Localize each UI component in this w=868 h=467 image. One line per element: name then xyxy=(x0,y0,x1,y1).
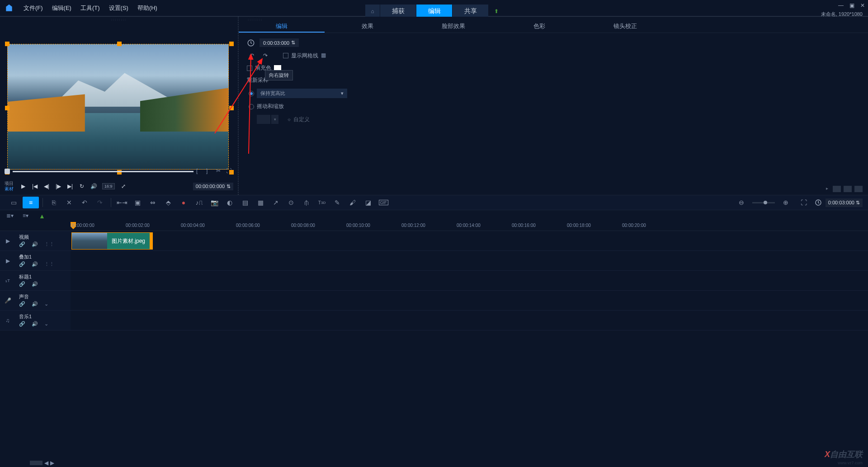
timecode[interactable]: 00:00:00:000 ⇅ xyxy=(193,183,233,190)
mute-icon[interactable]: 🔊 xyxy=(32,261,38,268)
aspect-ratio[interactable]: 16:9 xyxy=(102,183,115,189)
rotate-right-button[interactable]: ↷ xyxy=(260,52,270,60)
resize-handle[interactable] xyxy=(229,106,234,110)
mode-capture[interactable]: 捕获 xyxy=(380,5,416,18)
mark-out-icon[interactable]: ] xyxy=(206,168,213,175)
audio-edit-icon[interactable]: ♪⎍ xyxy=(192,197,206,208)
loop-button[interactable]: ↻ xyxy=(78,182,86,190)
project-source-toggle[interactable]: 项目 素材 xyxy=(5,181,14,192)
panel-layout-icon[interactable] xyxy=(854,186,863,192)
mute-icon[interactable]: 🔊 xyxy=(32,281,38,288)
resize-handle[interactable] xyxy=(5,42,9,46)
preview-canvas-wrap[interactable] xyxy=(7,44,231,172)
mute-icon[interactable]: 🔊 xyxy=(32,301,38,307)
keep-aspect-radio[interactable] xyxy=(249,91,254,96)
gif-icon[interactable]: GIF xyxy=(376,197,391,208)
menu-help[interactable]: 帮助(H) xyxy=(134,2,161,14)
drag-handle-icon[interactable]: :::::::: xyxy=(111,18,127,22)
fit-timeline-icon[interactable]: ⛶ xyxy=(797,197,811,208)
zoom-slider[interactable] xyxy=(752,202,775,203)
video-track-icon[interactable]: ▶ xyxy=(0,231,15,250)
ripple-in-icon[interactable]: ⇤⇥ xyxy=(115,197,129,208)
resize-handle[interactable] xyxy=(117,42,122,46)
close-button[interactable]: ✕ xyxy=(859,2,866,9)
fullscreen-icon[interactable]: ⛶ xyxy=(226,168,233,175)
seek-handle[interactable] xyxy=(5,169,10,174)
track-motion-icon[interactable]: ⊙ xyxy=(284,197,298,208)
mute-icon[interactable]: 🔊 xyxy=(32,321,38,327)
undo-button[interactable]: ↶ xyxy=(77,197,92,208)
stretch-icon[interactable]: ⇔ xyxy=(146,197,160,208)
panel-layout-icon[interactable] xyxy=(833,186,841,192)
minimize-button[interactable]: — xyxy=(837,2,844,9)
tab-color[interactable]: 色彩 xyxy=(496,19,582,33)
video-clip[interactable]: 图片素材.jpeg xyxy=(71,232,153,250)
3d-title-icon[interactable]: T3D xyxy=(315,197,329,208)
mark-in-icon[interactable]: [ xyxy=(196,168,203,175)
resize-handle[interactable] xyxy=(229,42,234,46)
pan-zoom-preset[interactable] xyxy=(257,115,270,124)
menu-settings[interactable]: 设置(S) xyxy=(105,2,132,14)
expand-icon[interactable]: ⌄ xyxy=(44,301,51,307)
tools-icon[interactable]: ✕ xyxy=(62,197,76,208)
grid-icon[interactable]: ▦ xyxy=(253,197,268,208)
link-icon[interactable]: 🔗 xyxy=(19,321,25,327)
copy-icon[interactable]: ⎘ xyxy=(47,197,61,208)
pan-zoom-radio[interactable] xyxy=(249,104,254,109)
clip-edge-handle[interactable] xyxy=(150,232,152,250)
marker-icon[interactable]: ⬘ xyxy=(161,197,175,208)
zoom-out-button[interactable]: ⊖ xyxy=(734,197,749,208)
menu-icon[interactable]: ≡▾ xyxy=(23,212,30,220)
redo-button[interactable]: ↷ xyxy=(93,197,107,208)
home-icon[interactable]: ⌂ xyxy=(365,5,380,18)
split-icon[interactable]: ✂ xyxy=(216,168,223,175)
tab-effects[interactable]: 效果 xyxy=(325,19,410,33)
slideshow-icon[interactable]: ▤ xyxy=(238,197,252,208)
next-frame-button[interactable]: |▶ xyxy=(54,182,62,190)
track-content[interactable] xyxy=(71,251,868,270)
mode-share[interactable]: 共享 xyxy=(452,5,488,18)
panel-layout-icon[interactable] xyxy=(844,186,852,192)
play-button[interactable]: ▶ xyxy=(19,182,27,190)
fill-color-checkbox[interactable] xyxy=(247,66,252,71)
scroll-thumb[interactable] xyxy=(30,461,42,465)
link-icon[interactable]: 🔗 xyxy=(19,261,25,268)
keep-aspect-dropdown[interactable]: 保持宽高比▾ xyxy=(257,89,347,98)
mute-icon[interactable]: 🔊 xyxy=(32,241,38,248)
timeline-duration[interactable]: 0:00:03:000 ⇅ xyxy=(826,198,863,207)
preview-image[interactable] xyxy=(7,44,229,170)
track-content[interactable]: 图片素材.jpeg xyxy=(71,231,868,250)
custom-button[interactable]: ⟐自定义 xyxy=(288,116,310,123)
goto-end-button[interactable]: ▶| xyxy=(66,182,74,190)
lock-icon[interactable]: ⋮⋮ xyxy=(44,261,51,268)
zoom-in-button[interactable]: ⊕ xyxy=(778,197,793,208)
snapshot-icon[interactable]: 📷 xyxy=(207,197,222,208)
storyboard-tab[interactable]: ▭ xyxy=(5,197,22,208)
list-icon[interactable]: ≣▾ xyxy=(6,212,14,220)
title-track-icon[interactable]: ₁T xyxy=(0,271,15,290)
music-track-icon[interactable]: ♫ xyxy=(0,311,15,330)
resize-handle[interactable] xyxy=(5,106,9,110)
track-content[interactable] xyxy=(71,291,868,310)
preset-dropdown-icon[interactable]: ▾ xyxy=(271,115,278,124)
show-grid-checkbox[interactable] xyxy=(283,53,288,58)
add-track-icon[interactable]: ▲ xyxy=(39,212,45,220)
grid-icon[interactable]: ▦ xyxy=(321,52,328,59)
drag-handle-icon[interactable]: :::::::: xyxy=(248,18,263,22)
expand-icon[interactable]: ⌄ xyxy=(44,321,51,327)
multi-trim-icon[interactable]: ⫛ xyxy=(299,197,314,208)
arrow-right-icon[interactable]: ▸ xyxy=(826,186,828,192)
overlay-track-icon[interactable]: ▶ xyxy=(0,251,15,270)
menu-edit[interactable]: 编辑(E) xyxy=(48,2,75,14)
link-icon[interactable]: 🔗 xyxy=(19,301,25,307)
record-icon[interactable]: ● xyxy=(176,197,191,208)
paint-icon[interactable]: 🖌 xyxy=(345,197,360,208)
resize-tool-icon[interactable]: ⤢ xyxy=(119,182,127,190)
rotate-left-button[interactable]: ↶ xyxy=(247,52,257,60)
menu-tools[interactable]: 工具(T) xyxy=(77,2,104,14)
lock-icon[interactable]: ⋮⋮ xyxy=(44,241,51,248)
tab-lens[interactable]: 镜头校正 xyxy=(582,19,668,33)
upload-icon[interactable]: ⬆ xyxy=(490,5,503,18)
duration-input[interactable]: 0:00:03:000⇅ xyxy=(259,38,299,47)
tab-face[interactable]: 脸部效果 xyxy=(410,19,496,33)
